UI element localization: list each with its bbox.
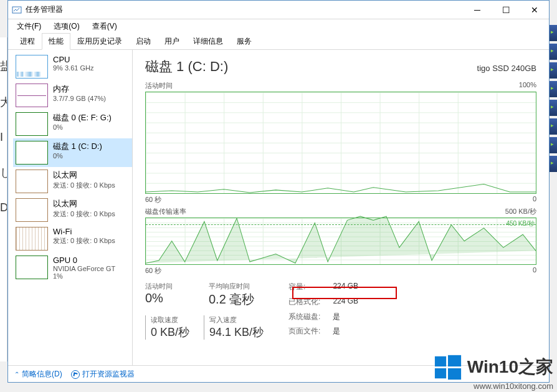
watermark-title: Win10之家 xyxy=(467,355,553,379)
info-capacity-k: 容量: xyxy=(288,282,320,295)
task-manager-window: 任务管理器 ─ ☐ ✕ 文件(F) 选项(O) 查看(V) 进程 性能 应用历史… xyxy=(7,0,550,383)
menu-view[interactable]: 查看(V) xyxy=(87,20,122,33)
graph1-xleft: 60 秒 xyxy=(145,195,161,204)
watermark: Win10之家 www.win10xitong.com xyxy=(434,353,553,391)
sidebar[interactable]: CPU 9% 3.61 GHz 内存 3.7/7.9 GB (47%) 磁盘 0… xyxy=(8,50,133,365)
minimize-button[interactable]: ─ xyxy=(463,1,492,19)
sidebar-item-label: 以太网 xyxy=(53,170,115,181)
info-system-v: 是 xyxy=(333,312,358,325)
graph2-xright: 0 xyxy=(533,266,536,275)
transfer-graph[interactable]: 450 KB/秒 xyxy=(145,218,536,265)
sidebar-item-label: 磁盘 1 (C: D:) xyxy=(53,141,102,152)
disk-thumb-icon xyxy=(16,141,48,165)
sidebar-item-label: 内存 xyxy=(53,84,106,95)
sidebar-item-sub: 发送: 0 接收: 0 Kbps xyxy=(53,236,115,246)
tab-processes[interactable]: 进程 xyxy=(13,33,42,50)
sidebar-item-label: CPU xyxy=(53,55,93,64)
sidebar-item-gpu0[interactable]: GPU 0 NVIDIA GeForce GT 1% xyxy=(13,253,132,282)
tab-startup[interactable]: 启动 xyxy=(129,33,158,50)
sidebar-item-sub: 发送: 0 接收: 0 Kbps xyxy=(53,209,115,219)
menu-options[interactable]: 选项(O) xyxy=(49,20,84,33)
svg-rect-2 xyxy=(448,355,461,366)
graph1-xright: 0 xyxy=(533,195,536,204)
window-title: 任务管理器 xyxy=(26,4,463,15)
sidebar-item-sub: 0% xyxy=(53,123,112,131)
sidebar-item-memory[interactable]: 内存 3.7/7.9 GB (47%) xyxy=(13,81,132,110)
stat-write-value: 94.1 KB/秒 xyxy=(209,325,264,340)
app-icon xyxy=(12,5,22,15)
close-button[interactable]: ✕ xyxy=(520,1,549,19)
svg-rect-1 xyxy=(435,356,446,366)
fewer-details-label: 简略信息(D) xyxy=(22,369,62,380)
sidebar-item-label: GPU 0 xyxy=(53,256,115,265)
stat-active-value: 0% xyxy=(145,291,195,305)
info-system-k: 系统磁盘: xyxy=(288,312,320,325)
page-title: 磁盘 1 (C: D:) xyxy=(145,57,228,76)
sidebar-item-sub: NVIDIA GeForce GT xyxy=(53,265,115,272)
resmon-label: 打开资源监视器 xyxy=(82,369,135,380)
chevron-up-icon: ⌃ xyxy=(14,371,19,378)
svg-rect-4 xyxy=(448,368,461,380)
activity-graph[interactable] xyxy=(145,92,536,194)
stat-read-value: 0 KB/秒 xyxy=(151,325,195,340)
sidebar-item-wifi[interactable]: Wi-Fi 发送: 0 接收: 0 Kbps xyxy=(13,224,132,253)
sidebar-item-ethernet0[interactable]: 以太网 发送: 0 接收: 0 Kbps xyxy=(13,167,132,196)
stat-read-label: 读取速度 xyxy=(151,315,195,325)
sidebar-item-sub: 0% xyxy=(53,152,102,160)
tab-app-history[interactable]: 应用历史记录 xyxy=(70,33,129,50)
maximize-button[interactable]: ☐ xyxy=(492,1,520,19)
info-pagefile-v: 是 xyxy=(333,326,358,340)
sidebar-item-sub: 3.7/7.9 GB (47%) xyxy=(53,95,106,102)
tab-details[interactable]: 详细信息 xyxy=(186,33,230,50)
sidebar-item-cpu[interactable]: CPU 9% 3.61 GHz xyxy=(13,52,132,81)
main-panel: 磁盘 1 (C: D:) tigo SSD 240GB 活动时间 100% 60… xyxy=(133,50,549,365)
disk-model: tigo SSD 240GB xyxy=(477,64,536,73)
resmon-icon xyxy=(71,370,80,379)
menu-file[interactable]: 文件(F) xyxy=(12,20,46,33)
sidebar-item-sub: 9% 3.61 GHz xyxy=(53,64,93,72)
stat-active-label: 活动时间 xyxy=(145,282,195,291)
ethernet-thumb-icon xyxy=(16,170,48,193)
info-pagefile-k: 页面文件: xyxy=(288,326,320,340)
svg-rect-3 xyxy=(435,368,446,378)
sidebar-item-disk1[interactable]: 磁盘 1 (C: D:) 0% xyxy=(13,138,132,167)
stat-write-label: 写入速度 xyxy=(209,315,264,325)
tab-services[interactable]: 服务 xyxy=(230,33,259,50)
sidebar-item-ethernet1[interactable]: 以太网 发送: 0 接收: 0 Kbps xyxy=(13,196,132,224)
fewer-details-link[interactable]: ⌃ 简略信息(D) xyxy=(14,369,62,380)
disk-thumb-icon xyxy=(16,112,48,136)
sidebar-item-sub2: 1% xyxy=(53,272,115,280)
tab-performance[interactable]: 性能 xyxy=(42,33,70,50)
resource-monitor-link[interactable]: 打开资源监视器 xyxy=(71,369,135,380)
win10-logo-icon xyxy=(434,353,462,381)
sidebar-item-label: 以太网 xyxy=(53,198,115,209)
info-formatted-k: 已格式化: xyxy=(288,297,320,310)
sidebar-item-label: 磁盘 0 (E: F: G:) xyxy=(53,112,112,123)
tab-users[interactable]: 用户 xyxy=(158,33,186,50)
sidebar-item-label: Wi-Fi xyxy=(53,227,115,236)
stat-avgresp-label: 平均响应时间 xyxy=(209,282,254,291)
disk-info-grid: 容量: 224 GB 已格式化: 224 GB 系统磁盘: 是 页面文件: 是 xyxy=(288,282,358,340)
info-capacity-v: 224 GB xyxy=(333,282,358,295)
titlebar[interactable]: 任务管理器 ─ ☐ ✕ xyxy=(8,1,549,19)
watermark-url: www.win10xitong.com xyxy=(434,381,553,391)
wifi-thumb-icon xyxy=(16,227,48,251)
svg-rect-0 xyxy=(12,7,21,13)
sidebar-item-sub: 发送: 0 接收: 0 Kbps xyxy=(53,181,115,190)
gpu-thumb-icon xyxy=(16,256,48,279)
sidebar-item-disk0[interactable]: 磁盘 0 (E: F: G:) 0% xyxy=(13,110,132,138)
menubar: 文件(F) 选项(O) 查看(V) xyxy=(8,19,549,33)
cpu-thumb-icon xyxy=(16,55,48,79)
stat-avgresp-value: 0.2 毫秒 xyxy=(209,291,254,308)
ethernet-thumb-icon xyxy=(16,198,48,222)
graph2-xleft: 60 秒 xyxy=(145,266,161,275)
info-formatted-v: 224 GB xyxy=(333,297,358,310)
tab-bar: 进程 性能 应用历史记录 启动 用户 详细信息 服务 xyxy=(8,33,549,50)
memory-thumb-icon xyxy=(16,84,48,107)
